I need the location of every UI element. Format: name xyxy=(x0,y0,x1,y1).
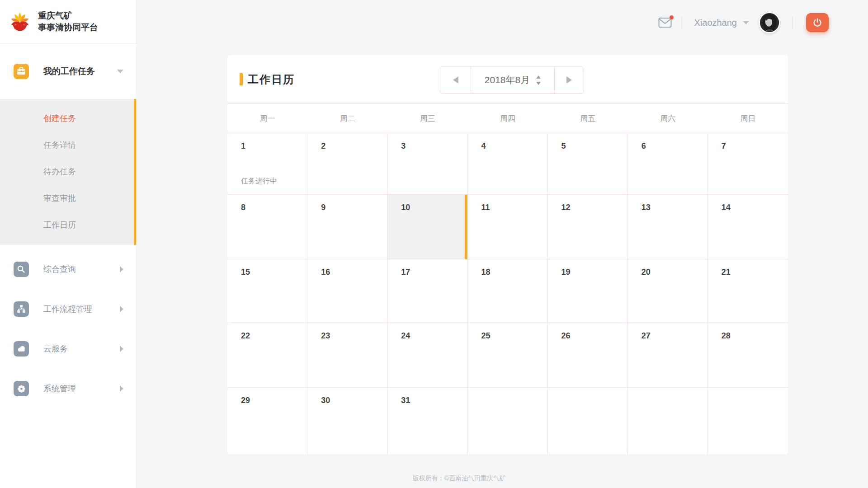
day-cell[interactable] xyxy=(708,388,788,455)
day-cell[interactable]: 8 xyxy=(227,195,307,259)
day-cell[interactable]: 17 xyxy=(387,259,467,323)
chevron-down-icon xyxy=(117,70,123,73)
day-number: 2 xyxy=(321,141,326,150)
sidebar-group-my-tasks[interactable]: 我的工作任务 xyxy=(0,44,136,99)
mail-icon[interactable] xyxy=(658,17,672,28)
next-month-button[interactable] xyxy=(554,67,584,93)
topbar: Xiaozhang xyxy=(137,0,868,45)
day-number: 30 xyxy=(321,396,330,405)
weekday-label: 周二 xyxy=(307,113,387,124)
day-cell[interactable]: 15 xyxy=(227,259,307,323)
sidebar-submenu-item[interactable]: 任务详情 xyxy=(0,132,134,159)
day-cell[interactable] xyxy=(628,388,708,455)
day-number: 26 xyxy=(561,331,571,340)
month-navigator: 2018年8月 xyxy=(440,66,584,94)
sidebar-group-label: 我的工作任务 xyxy=(43,66,95,77)
day-cell[interactable]: 30 xyxy=(307,388,387,455)
divider xyxy=(682,17,682,28)
day-cell[interactable]: 19 xyxy=(548,259,628,323)
sidebar-section-label: 系统管理 xyxy=(43,383,76,394)
day-cell[interactable]: 2 xyxy=(307,133,387,195)
day-number: 28 xyxy=(722,331,731,340)
day-cell[interactable]: 11 xyxy=(467,195,547,259)
username[interactable]: Xiaozhang xyxy=(694,18,737,28)
sidebar-section-item[interactable]: 系统管理 xyxy=(0,369,136,408)
chevron-right-icon xyxy=(120,385,123,392)
month-spinner[interactable] xyxy=(536,75,541,85)
cloud-icon xyxy=(14,341,29,357)
day-cell[interactable]: 3 xyxy=(387,133,467,195)
day-number: 22 xyxy=(241,331,250,340)
spinner-down-icon[interactable] xyxy=(536,82,541,85)
sidebar-submenu-item[interactable]: 审查审批 xyxy=(0,185,134,212)
day-cell[interactable]: 5 xyxy=(548,133,628,195)
weekday-label: 周一 xyxy=(227,113,307,124)
day-number: 6 xyxy=(642,141,646,150)
company-logo-icon xyxy=(8,10,32,33)
page: { "brand": { "title_line1": "重庆气矿", "tit… xyxy=(0,0,868,488)
user-menu-chevron-down-icon[interactable] xyxy=(743,21,749,24)
sidebar-submenu-item[interactable]: 工作日历 xyxy=(0,212,134,239)
day-cell[interactable]: 14 xyxy=(708,195,788,259)
logout-power-button[interactable] xyxy=(806,13,829,32)
day-cell[interactable]: 22 xyxy=(227,323,307,388)
divider xyxy=(792,17,793,28)
day-number: 21 xyxy=(722,267,731,277)
day-number: 17 xyxy=(401,267,410,277)
day-number: 8 xyxy=(241,203,245,212)
day-cell[interactable]: 4 xyxy=(467,133,547,195)
copyright-text: 版权所有：©西南油气田重庆气矿 xyxy=(413,474,506,482)
day-number: 20 xyxy=(642,267,651,277)
day-cell[interactable]: 21 xyxy=(708,259,788,323)
day-cell[interactable]: 13 xyxy=(628,195,708,259)
weekday-label: 周四 xyxy=(467,113,547,124)
day-cell[interactable]: 16 xyxy=(307,259,387,323)
day-cell[interactable]: 25 xyxy=(467,323,547,388)
day-cell[interactable] xyxy=(548,388,628,455)
day-number: 1 xyxy=(241,141,245,150)
day-cell[interactable]: 23 xyxy=(307,323,387,388)
day-number: 31 xyxy=(401,396,410,405)
arrow-left-icon xyxy=(453,76,458,84)
prev-month-button[interactable] xyxy=(440,67,471,93)
chevron-right-icon xyxy=(120,346,123,352)
task-status-label[interactable]: 任务进行中 xyxy=(241,177,277,186)
sidebar-sections: 综合查询 工作流程管理 云服务 系统管理 xyxy=(0,245,136,408)
day-cell[interactable]: 31 xyxy=(387,388,467,455)
main-area: Xiaozhang 工作日历 xyxy=(137,0,868,488)
spinner-up-icon[interactable] xyxy=(536,75,541,79)
day-cell[interactable]: 20 xyxy=(628,259,708,323)
sidebar-section-item[interactable]: 云服务 xyxy=(0,329,136,369)
weekday-label: 周六 xyxy=(628,113,708,124)
day-number: 14 xyxy=(722,203,731,212)
sidebar-section-item[interactable]: 综合查询 xyxy=(0,249,136,289)
day-cell[interactable]: 27 xyxy=(628,323,708,388)
day-cell[interactable]: 6 xyxy=(628,133,708,195)
day-cell[interactable]: 12 xyxy=(548,195,628,259)
day-cell[interactable]: 26 xyxy=(548,323,628,388)
gear-icon xyxy=(14,381,29,396)
day-cell[interactable]: 24 xyxy=(387,323,467,388)
day-cell[interactable]: 9 xyxy=(307,195,387,259)
day-number: 23 xyxy=(321,331,330,340)
day-cell[interactable]: 29 xyxy=(227,388,307,455)
search-icon xyxy=(14,262,29,277)
weekday-label: 周三 xyxy=(387,113,467,124)
day-cell[interactable]: 1任务进行中 xyxy=(227,133,307,195)
avatar[interactable] xyxy=(759,12,780,33)
day-cell[interactable]: 7 xyxy=(708,133,788,195)
month-display: 2018年8月 xyxy=(471,67,554,93)
day-cell[interactable]: 28 xyxy=(708,323,788,388)
day-number: 19 xyxy=(561,267,571,277)
day-number: 12 xyxy=(561,203,571,212)
day-number: 13 xyxy=(642,203,651,212)
sidebar-submenu-item[interactable]: 创建任务 xyxy=(0,105,134,132)
arrow-right-icon xyxy=(566,76,572,84)
sidebar-section-item[interactable]: 工作流程管理 xyxy=(0,289,136,329)
day-cell-today[interactable]: 10 xyxy=(387,195,467,259)
sidebar-section-label: 综合查询 xyxy=(43,264,76,275)
day-cell[interactable] xyxy=(467,388,547,455)
day-cell[interactable]: 18 xyxy=(467,259,547,323)
day-number: 24 xyxy=(401,331,410,340)
sidebar-submenu-item[interactable]: 待办任务 xyxy=(0,159,134,185)
